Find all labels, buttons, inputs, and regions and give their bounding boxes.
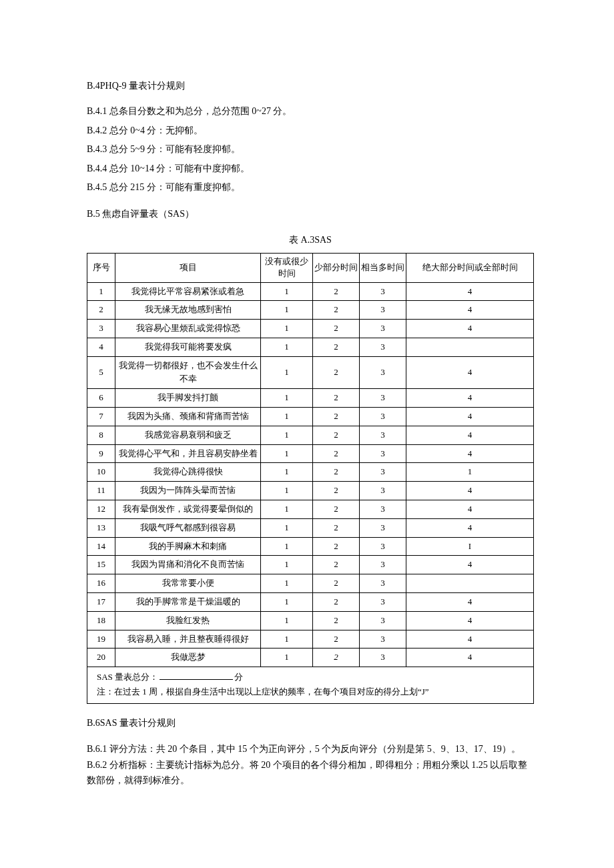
cell-freq2: 2 <box>313 482 360 500</box>
header-item: 项目 <box>115 254 261 282</box>
cell-freq3: 3 <box>360 444 406 463</box>
table-row: 10我觉得心跳得很快1231 <box>87 463 534 482</box>
cell-freq1: 1 <box>261 444 313 463</box>
table-row: 2我无缘无故地感到害怕1234 <box>87 301 534 320</box>
cell-freq2: 2 <box>313 593 360 612</box>
cell-freq4: 4 <box>406 426 534 444</box>
cell-item: 我的手脚常常是干燥温暖的 <box>115 593 261 612</box>
cell-freq3: 3 <box>360 408 406 426</box>
cell-freq4: 4 <box>406 356 534 389</box>
table-row: 15我因为胃痛和消化不良而苦恼1234 <box>87 556 534 574</box>
cell-freq4: 4 <box>406 482 534 500</box>
cell-freq1: 1 <box>261 611 313 630</box>
cell-seq: 2 <box>87 301 115 320</box>
section-b4-heading: B.4PHQ-9 量表计分规则 <box>87 79 534 93</box>
cell-seq: 19 <box>87 630 115 648</box>
cell-seq: 9 <box>87 444 115 463</box>
cell-freq4: 4 <box>406 500 534 519</box>
cell-freq3: 3 <box>360 537 406 556</box>
rule-b4-3: B.4.3 总分 5~9 分：可能有轻度抑郁。 <box>87 142 534 157</box>
cell-freq3: 3 <box>360 320 406 338</box>
cell-seq: 5 <box>87 356 115 389</box>
cell-freq1: 1 <box>261 648 313 667</box>
cell-freq3: 3 <box>360 611 406 630</box>
cell-item: 我觉得心跳得很快 <box>115 463 261 482</box>
cell-freq1: 1 <box>261 500 313 519</box>
cell-freq1: 1 <box>261 408 313 426</box>
cell-freq1: 1 <box>261 301 313 320</box>
cell-freq4: 4 <box>406 556 534 574</box>
section-b4-rules: B.4.1 总条目分数之和为总分，总分范围 0~27 分。 B.4.2 总分 0… <box>87 104 534 195</box>
table-row: 6我手脚发抖打颤1234 <box>87 389 534 408</box>
cell-freq4: I <box>406 537 534 556</box>
cell-freq1: 1 <box>261 537 313 556</box>
section-b6-rules: B.6.1 评分方法：共 20 个条目，其中 15 个为正向评分，5 个为反向评… <box>87 742 534 788</box>
cell-freq2: 2 <box>313 320 360 338</box>
table-row: 1我觉得比平常容易紧张或着急1234 <box>87 282 534 301</box>
header-freq3: 相当多时间 <box>360 254 406 282</box>
sas-table: 序号 项目 没有或很少时间 少部分时间 相当多时间 绝大部分时间或全部时间 1我… <box>87 253 534 704</box>
rule-b6-2: B.6.2 分析指标：主要统计指标为总分。将 20 个项目的各个得分相加，即得粗… <box>87 758 534 788</box>
cell-freq1: 1 <box>261 482 313 500</box>
table-note: 注：在过去 1 周，根据自身生活中出现以上症状的频率，在每个项目对应的得分上划“… <box>97 687 429 697</box>
cell-freq3: 3 <box>360 556 406 574</box>
cell-item: 我吸气呼气都感到很容易 <box>115 518 261 537</box>
cell-freq3: 3 <box>360 426 406 444</box>
cell-freq4: 4 <box>406 593 534 612</box>
cell-freq4: 4 <box>406 282 534 301</box>
cell-item: 我无缘无故地感到害怕 <box>115 301 261 320</box>
cell-freq4: 4 <box>406 648 534 667</box>
rule-b4-5: B.4.5 总分 215 分：可能有重度抑郁。 <box>87 180 534 195</box>
rule-b4-4: B.4.4 总分 10~14 分：可能有中度抑郁。 <box>87 161 534 176</box>
cell-freq4: 4 <box>406 444 534 463</box>
cell-freq3: 3 <box>360 389 406 408</box>
table-caption: 表 A.3SAS <box>87 233 534 248</box>
cell-seq: 18 <box>87 611 115 630</box>
cell-freq4 <box>406 574 534 593</box>
cell-freq1: 1 <box>261 282 313 301</box>
cell-seq: 4 <box>87 338 115 356</box>
cell-freq1: 1 <box>261 630 313 648</box>
cell-freq4: 4 <box>406 389 534 408</box>
table-header-row: 序号 项目 没有或很少时间 少部分时间 相当多时间 绝大部分时间或全部时间 <box>87 254 534 282</box>
total-score-blank <box>160 671 233 680</box>
cell-freq4: 4 <box>406 408 534 426</box>
cell-seq: 20 <box>87 648 115 667</box>
cell-freq3: 3 <box>360 500 406 519</box>
cell-freq2: 2 <box>313 518 360 537</box>
cell-freq2: 2 <box>313 338 360 356</box>
cell-item: 我觉得一切都很好，也不会发生什么不幸 <box>115 356 261 389</box>
table-row: 12我有晕倒发作，或觉得要晕倒似的1234 <box>87 500 534 519</box>
table-row: 13我吸气呼气都感到很容易1234 <box>87 518 534 537</box>
cell-freq2: 2 <box>313 356 360 389</box>
cell-freq3: 3 <box>360 463 406 482</box>
cell-freq4: 4 <box>406 518 534 537</box>
cell-item: 我做恶梦 <box>115 648 261 667</box>
cell-freq2: 2 <box>313 301 360 320</box>
cell-freq1: 1 <box>261 574 313 593</box>
cell-freq2: 2 <box>313 648 360 667</box>
cell-freq2: 2 <box>313 408 360 426</box>
cell-seq: 17 <box>87 593 115 612</box>
cell-freq3: 3 <box>360 518 406 537</box>
cell-item: 我因为头痛、颈痛和背痛而苦恼 <box>115 408 261 426</box>
cell-freq1: 1 <box>261 593 313 612</box>
cell-seq: 3 <box>87 320 115 338</box>
cell-freq1: 1 <box>261 426 313 444</box>
cell-item: 我手脚发抖打颤 <box>115 389 261 408</box>
cell-item: 我容易入睡，并且整夜睡得很好 <box>115 630 261 648</box>
cell-freq2: 2 <box>313 463 360 482</box>
cell-freq3: 3 <box>360 593 406 612</box>
table-row: 7我因为头痛、颈痛和背痛而苦恼1234 <box>87 408 534 426</box>
cell-item: 我脸红发热 <box>115 611 261 630</box>
cell-freq3: 3 <box>360 648 406 667</box>
cell-freq3: 3 <box>360 301 406 320</box>
table-row: 16我常常要小便123 <box>87 574 534 593</box>
cell-item: 我因为胃痛和消化不良而苦恼 <box>115 556 261 574</box>
cell-seq: 13 <box>87 518 115 537</box>
header-freq1: 没有或很少时间 <box>261 254 313 282</box>
cell-item: 我觉得我可能将要发疯 <box>115 338 261 356</box>
cell-freq2: 2 <box>313 500 360 519</box>
cell-item: 我有晕倒发作，或觉得要晕倒似的 <box>115 500 261 519</box>
cell-freq2: 2 <box>313 630 360 648</box>
